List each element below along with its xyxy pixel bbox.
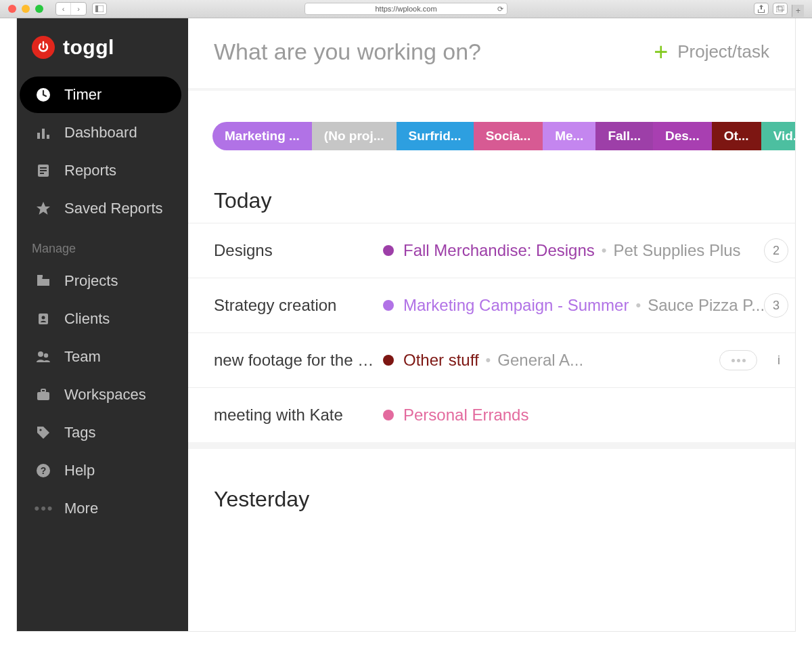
svg-point-15 [38, 351, 43, 357]
sidebar-item-tags[interactable]: Tags [20, 414, 181, 451]
more-icon: ••• [35, 500, 52, 517]
close-window-icon[interactable] [8, 5, 16, 13]
entry-description: Strategy creation [214, 296, 383, 315]
entry-client: General A... [497, 351, 583, 370]
app-title: toggl [63, 36, 114, 59]
sidebar-item-label: Team [64, 348, 101, 366]
project-chip[interactable]: (No proj... [312, 122, 397, 150]
separator-dot: • [479, 351, 498, 369]
project-color-dot [383, 245, 394, 256]
timer-topbar: What are you working on? + Project/task [188, 18, 795, 84]
app-window: toggl Timer Dashboard Reports Saved Repo… [17, 18, 795, 631]
sidebar-item-label: Clients [64, 310, 110, 328]
browser-chrome: ‹ › https://wplook.com ⟳ + [0, 0, 812, 18]
svg-rect-1 [95, 5, 98, 12]
page-icon [35, 162, 52, 179]
svg-rect-18 [41, 389, 45, 392]
entry-list: DesignsFall Merchandise: Designs•Pet Sup… [188, 223, 795, 442]
project-task-button[interactable]: + Project/task [654, 40, 769, 64]
svg-point-14 [42, 316, 45, 320]
time-entry-row[interactable]: new footage for the clipOther stuff•Gene… [188, 332, 795, 387]
entry-description: Designs [214, 241, 383, 260]
time-entry-row[interactable]: DesignsFall Merchandise: Designs•Pet Sup… [188, 223, 795, 278]
project-color-dot [383, 355, 394, 366]
sidebar-item-workspaces[interactable]: Workspaces [20, 376, 181, 413]
time-entry-row[interactable]: meeting with KatePersonal Errands [188, 387, 795, 442]
project-chip[interactable]: Socia... [474, 122, 543, 150]
entry-client: Sauce Pizza P... [648, 296, 765, 315]
sidebar-item-label: Tags [64, 424, 95, 441]
section-title: Today [188, 150, 795, 216]
sidebar-item-label: Help [64, 462, 95, 479]
tag-icon [35, 424, 52, 441]
sidebar-item-saved-reports[interactable]: Saved Reports [20, 190, 181, 227]
entry-more-button[interactable] [719, 350, 757, 370]
sidebar-item-label: Projects [64, 272, 118, 290]
sidebar-item-label: Dashboard [64, 124, 137, 142]
svg-point-19 [39, 429, 41, 431]
project-chip[interactable]: Des... [653, 122, 712, 150]
svg-rect-2 [776, 7, 782, 12]
minimize-window-icon[interactable] [22, 5, 30, 13]
sidebar-item-help[interactable]: ? Help [20, 452, 181, 489]
project-chips-row: Marketing ...(No proj...Surfrid...Socia.… [212, 122, 795, 150]
back-button[interactable]: ‹ [56, 3, 71, 15]
new-tab-button[interactable]: + [792, 5, 804, 17]
folder-icon [35, 272, 52, 290]
sidebar-toggle-button[interactable] [92, 3, 107, 15]
svg-rect-5 [37, 133, 40, 139]
sidebar-item-label: Saved Reports [64, 200, 163, 217]
entry-count-badge[interactable]: 2 [764, 238, 788, 263]
window-controls [8, 5, 43, 13]
entries-container: TodayDesignsFall Merchandise: Designs•Pe… [188, 150, 795, 515]
time-entry-row[interactable]: Strategy creationMarketing Campaign - Su… [188, 278, 795, 332]
sidebar-item-reports[interactable]: Reports [20, 152, 181, 189]
reload-button[interactable]: ⟳ [497, 5, 503, 14]
project-chip[interactable]: Marketing ... [212, 122, 312, 150]
sidebar-item-clients[interactable]: Clients [20, 301, 181, 337]
share-button[interactable] [754, 3, 769, 15]
sidebar-item-more[interactable]: ••• More [20, 490, 181, 527]
svg-rect-6 [42, 129, 45, 139]
sidebar-item-team[interactable]: Team [20, 339, 181, 375]
sidebar-item-projects[interactable]: Projects [20, 263, 181, 299]
entry-description: meeting with Kate [214, 406, 383, 425]
project-chip[interactable]: Me... [543, 122, 595, 150]
sidebar-item-label: Workspaces [64, 386, 146, 404]
svg-point-16 [44, 353, 48, 358]
address-bar[interactable]: https://wplook.com [304, 3, 508, 15]
section-divider [188, 442, 795, 449]
app-logo[interactable]: toggl [17, 32, 188, 75]
entry-count-badge[interactable]: 3 [764, 293, 788, 318]
project-task-label: Project/task [677, 41, 769, 62]
clock-icon [35, 86, 52, 104]
project-chip[interactable]: Vid... [761, 122, 795, 150]
help-icon: ? [35, 462, 52, 479]
maximize-window-icon[interactable] [35, 5, 43, 13]
nav-back-forward: ‹ › [55, 2, 87, 16]
tabs-button[interactable] [773, 3, 788, 15]
svg-rect-12 [37, 275, 43, 278]
project-chip[interactable]: Ot... [712, 122, 761, 150]
project-color-dot [383, 300, 394, 311]
entry-client: Pet Supplies Plus [614, 241, 741, 260]
separator-dot: • [595, 242, 614, 259]
trailing-indicator: i [767, 348, 791, 372]
task-description-input[interactable]: What are you working on? [214, 39, 481, 65]
chart-icon [35, 124, 52, 142]
project-chip[interactable]: Surfrid... [397, 122, 474, 150]
svg-rect-17 [37, 392, 49, 400]
sidebar-item-timer[interactable]: Timer [20, 77, 181, 113]
manage-header: Manage [17, 228, 188, 261]
person-icon [35, 310, 52, 328]
svg-rect-11 [40, 173, 44, 174]
svg-text:?: ? [41, 465, 47, 476]
star-icon [35, 200, 52, 217]
svg-rect-7 [47, 135, 49, 139]
sidebar-item-dashboard[interactable]: Dashboard [20, 114, 181, 151]
sidebar-item-label: Reports [64, 162, 116, 179]
briefcase-icon [35, 386, 52, 404]
section-title: Yesterday [188, 449, 795, 515]
project-chip[interactable]: Fall... [595, 122, 653, 150]
forward-button[interactable]: › [71, 3, 86, 15]
